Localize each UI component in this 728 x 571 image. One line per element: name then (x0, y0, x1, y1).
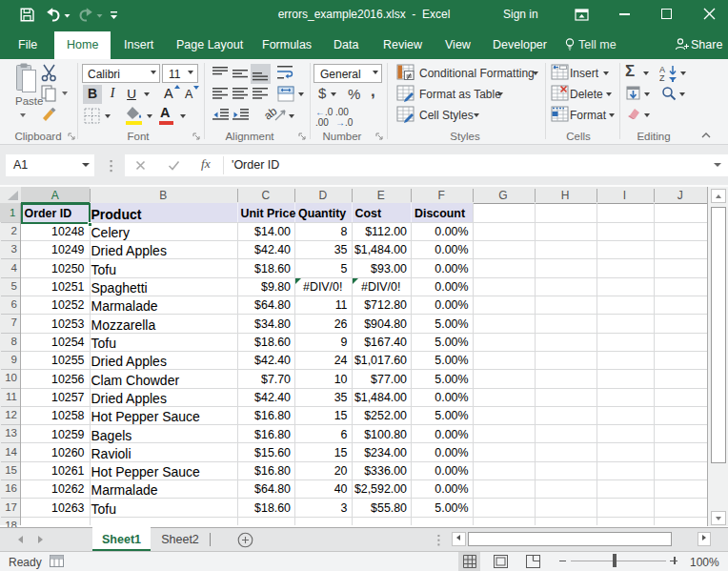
svg-text:Z: Z (659, 73, 665, 82)
svg-text:A: A (659, 65, 665, 74)
